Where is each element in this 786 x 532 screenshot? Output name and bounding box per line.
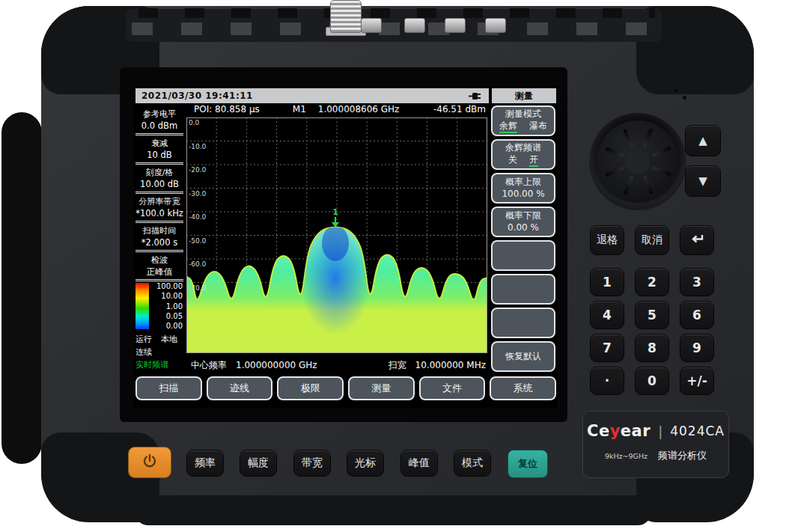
softkey-menu-0[interactable]: 测量模式余辉瀑布	[491, 106, 555, 136]
sma-connector-3[interactable]	[445, 18, 466, 33]
sidebar-param-4[interactable]: 扫描时间*2.000 s	[135, 223, 183, 252]
rotary-knob-hub	[626, 150, 650, 174]
keypad-key-9[interactable]: 9	[680, 334, 714, 362]
y-axis-tick: 0.0	[189, 119, 199, 126]
key-label: 6	[692, 308, 701, 322]
key-label: 幅度	[248, 456, 269, 470]
softkey-value: 0.00 %	[508, 222, 539, 233]
backspace-key[interactable]: 退格	[590, 225, 624, 255]
keypad-key-0[interactable]: 0	[635, 367, 669, 395]
param-value: 10 dB	[135, 150, 183, 160]
center-freq-value: 1.000000000 GHz	[236, 360, 317, 370]
keypad-key-3[interactable]: 3	[680, 268, 714, 296]
softkey-menu-7[interactable]: 恢复默认	[491, 341, 555, 372]
hardkey-1[interactable]: 频率	[186, 450, 224, 477]
hardkey-5[interactable]: 峰值	[400, 450, 438, 477]
bottom-softkey-5[interactable]: 系统	[490, 376, 556, 400]
key-label: ·	[605, 373, 609, 388]
softkey-title: 概率上限	[505, 177, 541, 188]
marker-amplitude: -46.51 dBm	[433, 104, 486, 114]
hardkey-2[interactable]: 幅度	[240, 450, 277, 477]
marker-name: M1	[293, 104, 306, 114]
key-label: 8	[648, 340, 656, 355]
keypad-key-+/-[interactable]: +/-	[680, 367, 714, 395]
reset-button[interactable]: 复位	[508, 450, 548, 478]
bottom-softkey-2[interactable]: 极限	[277, 376, 344, 400]
softkey-title: 测量模式	[505, 108, 541, 120]
key-label: 1	[603, 275, 612, 290]
hardkey-6[interactable]: 模式	[454, 450, 491, 477]
y-axis-tick: -30.0	[189, 190, 206, 198]
knob-groove	[623, 176, 633, 195]
carry-handle[interactable]	[1, 112, 42, 464]
keypad-key-5[interactable]: 5	[635, 301, 669, 329]
softkey-menu-1[interactable]: 余辉频谱关开	[491, 139, 555, 170]
keypad-key-8[interactable]: 8	[635, 334, 669, 362]
sidebar-param-5[interactable]: 检波正峰值	[135, 252, 183, 281]
cancel-key[interactable]: 取消	[635, 225, 669, 255]
top-rib-row	[138, 8, 655, 18]
up-arrow-key[interactable]: ▲	[685, 125, 721, 156]
softkey-menu-2[interactable]: 概率上限100.00 %	[491, 173, 555, 204]
softkey-option[interactable]: 瀑布	[529, 120, 547, 133]
bottom-softkey-0[interactable]: 扫描	[135, 376, 202, 400]
marker-1[interactable]: 1	[332, 207, 339, 227]
svg-text:1: 1	[332, 207, 338, 217]
power-button[interactable]	[128, 447, 171, 478]
softkey-value: 100.00 %	[502, 189, 544, 200]
top-rib-row-lower	[132, 22, 660, 35]
softkey-option[interactable]: 关	[508, 154, 517, 167]
status-bar: 2021/03/30 19:41:11	[135, 88, 489, 103]
bottom-softkey-3[interactable]: 测量	[348, 376, 415, 400]
keypad-key-2[interactable]: 2	[635, 268, 669, 296]
knob-groove	[651, 146, 671, 157]
param-value: *2.000 s	[135, 237, 183, 248]
softkey-blank-5[interactable]	[491, 274, 555, 305]
param-label: 分辨率带宽	[135, 196, 183, 207]
keypad-key-6[interactable]: 6	[680, 301, 714, 329]
sidebar-param-0[interactable]: 参考电平0.0 dBm	[135, 106, 183, 135]
key-label: 7	[603, 340, 612, 355]
param-value: 0.0 dBm	[135, 120, 183, 131]
sidebar-param-2[interactable]: 刻度/格10.00 dB	[135, 165, 183, 194]
sidebar-param-3[interactable]: 分辨率带宽*100.0 kHz	[135, 194, 183, 223]
hardkey-3[interactable]: 带宽	[293, 450, 331, 477]
keypad-key-1[interactable]: 1	[590, 268, 624, 296]
softkey-blank-6[interactable]	[491, 308, 555, 338]
softkey-title: 概率下限	[505, 210, 541, 221]
softkey-option[interactable]: 余辉	[499, 120, 517, 133]
sma-connector-2[interactable]	[404, 18, 425, 33]
sma-connector-4[interactable]	[485, 18, 506, 33]
keypad-key-4[interactable]: 4	[590, 301, 624, 329]
bottom-softkey-4[interactable]: 文件	[419, 376, 486, 400]
power-icon	[141, 453, 158, 472]
softkey-option[interactable]: 开	[529, 154, 538, 167]
spectrum-plot[interactable]: 1 0.0-10.0-20.0-30.0-40.0-50.0-60.0-70.0	[186, 117, 487, 353]
color-scale-labels: 100.0010.001.000.050.00	[149, 282, 183, 330]
key-label: 9	[692, 340, 701, 355]
span-value: 10.000000 MHz	[415, 360, 486, 370]
keypad-key-7[interactable]: 7	[590, 334, 624, 362]
brand-plate: Ceyear | 4024CA 9kHz~9GHz 频谱分析仪	[582, 411, 729, 478]
frequency-range: 9kHz~9GHz	[605, 452, 648, 460]
hardkey-4[interactable]: 光标	[347, 450, 384, 477]
down-arrow-key[interactable]: ▼	[685, 165, 721, 197]
run-status-block: 运行 本地 连续 实时频谱	[135, 333, 185, 371]
sidebar-param-1[interactable]: 衰减10 dB	[135, 135, 183, 165]
enter-key[interactable]	[680, 225, 714, 255]
mic-hole	[674, 89, 678, 93]
key-label: 3	[692, 275, 701, 290]
keypad-key-·[interactable]: ·	[590, 367, 624, 395]
bottom-softkey-1[interactable]: 迹线	[207, 376, 273, 400]
knob-groove	[622, 129, 633, 148]
y-axis-tick: -20.0	[189, 166, 206, 174]
sma-connector-1[interactable]	[361, 18, 382, 33]
marker-frequency: 1.000008606 GHz	[318, 104, 400, 114]
brand-logo: Ceyear	[587, 422, 651, 440]
softkey-blank-4[interactable]	[491, 240, 555, 271]
datetime: 2021/03/30 19:41:11	[141, 91, 253, 101]
control-state: 本地	[161, 333, 177, 346]
rf-input-n-connector[interactable]	[330, 0, 362, 33]
model-number: 4024CA	[670, 424, 725, 438]
softkey-menu-3[interactable]: 概率下限0.00 %	[491, 207, 555, 237]
